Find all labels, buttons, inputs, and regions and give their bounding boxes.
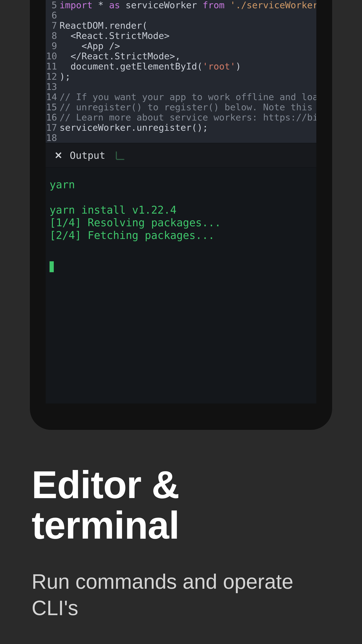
line-number: 17 bbox=[46, 122, 57, 133]
line-number: 7 bbox=[46, 20, 57, 30]
code-line[interactable]: serviceWorker.unregister(); bbox=[60, 122, 316, 133]
code-editor[interactable]: 56789101112131415161718 import * as serv… bbox=[46, 0, 316, 143]
code-line[interactable]: </React.StrictMode>, bbox=[60, 51, 316, 61]
output-tab-label[interactable]: Output bbox=[70, 150, 105, 161]
line-number: 5 bbox=[46, 0, 57, 10]
subhead-line-1: Run commands and operate bbox=[32, 570, 293, 593]
headline-line-1: Editor & bbox=[32, 463, 179, 506]
line-number: 8 bbox=[46, 30, 57, 41]
code-line[interactable]: ReactDOM.render( bbox=[60, 20, 316, 30]
headline-line-2: terminal bbox=[32, 504, 179, 547]
terminal[interactable]: yarn yarn install v1.22.4 [1/4] Resolvin… bbox=[46, 168, 316, 404]
line-number: 16 bbox=[46, 112, 57, 122]
code-content[interactable]: import * as serviceWorker from './servic… bbox=[60, 0, 316, 143]
line-number: 15 bbox=[46, 102, 57, 112]
close-icon[interactable]: ✕ bbox=[54, 150, 62, 160]
code-line[interactable]: ); bbox=[60, 72, 316, 82]
line-number: 13 bbox=[46, 82, 57, 92]
line-number: 6 bbox=[46, 10, 57, 20]
terminal-cursor bbox=[49, 261, 54, 272]
line-number: 12 bbox=[46, 72, 57, 82]
line-number: 9 bbox=[46, 41, 57, 51]
line-number: 14 bbox=[46, 92, 57, 102]
output-panel-header: ✕ Output bbox=[46, 143, 316, 168]
feature-headline: Editor & terminal bbox=[32, 464, 179, 546]
code-line[interactable]: document.getElementById('root') bbox=[60, 61, 316, 72]
line-number: 18 bbox=[46, 133, 57, 143]
code-line[interactable]: // unregister() to register() below. Not… bbox=[60, 102, 316, 112]
code-line[interactable]: import * as serviceWorker from './servic… bbox=[60, 0, 316, 10]
code-line[interactable] bbox=[60, 82, 316, 92]
spinner-icon bbox=[116, 151, 125, 160]
feature-subhead: Run commands and operate CLI's bbox=[32, 568, 293, 621]
code-line[interactable]: <React.StrictMode> bbox=[60, 30, 316, 41]
line-number: 11 bbox=[46, 61, 57, 72]
device-frame: 56789101112131415161718 import * as serv… bbox=[30, 0, 332, 430]
line-gutter: 56789101112131415161718 bbox=[46, 0, 60, 143]
editor-screen: 56789101112131415161718 import * as serv… bbox=[46, 0, 316, 404]
code-line[interactable] bbox=[60, 133, 316, 143]
code-line[interactable] bbox=[60, 10, 316, 20]
code-line[interactable]: // If you want your app to work offline … bbox=[60, 92, 316, 102]
code-line[interactable]: // Learn more about service workers: htt… bbox=[60, 112, 316, 122]
code-line[interactable]: <App /> bbox=[60, 41, 316, 51]
line-number: 10 bbox=[46, 51, 57, 61]
subhead-line-2: CLI's bbox=[32, 596, 78, 620]
